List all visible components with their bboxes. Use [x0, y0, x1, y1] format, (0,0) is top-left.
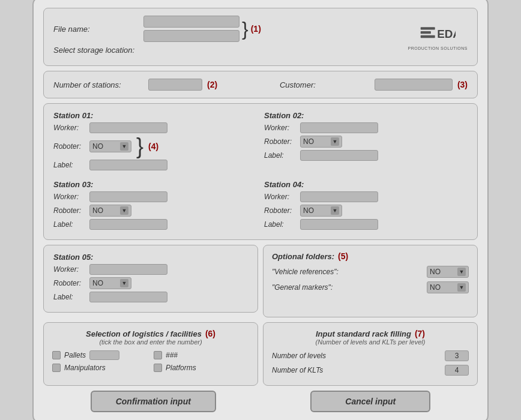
stations-badge: (2) [207, 80, 217, 89]
station-04-roboter-arrow[interactable]: ▼ [331, 206, 339, 215]
logistics-title-row: Selection of logistics / facilities (6) [52, 329, 249, 338]
station-05-section: Station 05: Worker: Roboter: NO ▼ Label: [43, 245, 258, 313]
station-03-roboter-arrow[interactable]: ▼ [120, 206, 128, 215]
station-04-worker-label: Worker: [264, 193, 300, 201]
brace-1-badge: (1) [251, 24, 261, 34]
station-01-label-row: Label: [53, 160, 257, 170]
storage-label-row: Select storage location: [53, 46, 408, 55]
station-01-roboter-row: Roboter: NO ▼ } (4) [53, 136, 257, 157]
station-05-label-row: Label: [53, 292, 248, 302]
pallets-label: Pallets [64, 351, 86, 359]
file-name-row: File name: } (1) [53, 16, 408, 42]
svg-text:EDAG: EDAG [437, 28, 456, 40]
vehicle-references-row: "Vehicle references": NO ▼ [272, 266, 469, 278]
station-02-roboter-label: Roboter: [264, 137, 300, 146]
station-05-roboter-select[interactable]: NO ▼ [89, 277, 131, 289]
station-01-label-input[interactable] [89, 160, 167, 170]
station-05-roboter-label: Roboter: [53, 279, 89, 287]
stations-customer-row: Number of stations: (2) Customer: (3) [53, 79, 468, 91]
station-05-label-input[interactable] [89, 292, 167, 302]
stations-input[interactable] [148, 79, 202, 91]
station-03-worker-label: Worker: [53, 193, 89, 201]
station-01-worker-row: Worker: [53, 122, 257, 133]
general-select[interactable]: NO ▼ [427, 281, 469, 293]
station-04-worker-row: Worker: [264, 191, 468, 202]
logistics-hash-item: ### [154, 350, 249, 360]
general-label: "General markers": [272, 283, 333, 292]
klts-value[interactable]: 4 [445, 365, 469, 376]
optional-folders-section: Optional folders: (5) "Vehicle reference… [263, 245, 478, 317]
station-04-block: Station 04: Worker: Roboter: NO ▼ Label: [264, 180, 468, 232]
file-name-input[interactable] [143, 16, 239, 28]
hash-label: ### [166, 351, 178, 359]
station-01-worker-input[interactable] [89, 122, 167, 133]
file-name-label: File name: [53, 25, 143, 34]
file-brace-group: } (1) [143, 16, 261, 42]
pallets-checkbox[interactable] [52, 351, 61, 359]
general-arrow[interactable]: ▼ [457, 283, 466, 292]
customer-input[interactable] [375, 79, 453, 91]
station-02-title: Station 02: [264, 111, 468, 120]
station-03-label-label: Label: [53, 220, 89, 229]
station-04-worker-input[interactable] [300, 191, 378, 202]
brace-4: } [136, 136, 143, 157]
hash-checkbox[interactable] [154, 351, 162, 359]
station-05-worker-input[interactable] [89, 264, 167, 275]
station-03-label-row: Label: [53, 219, 257, 230]
platforms-checkbox[interactable] [154, 364, 162, 372]
station05-optional-row: Station 05: Worker: Roboter: NO ▼ Label:… [43, 245, 478, 317]
station-05-roboter-arrow[interactable]: ▼ [120, 279, 128, 287]
station-01-worker-label: Worker: [53, 124, 89, 132]
station-03-label-input[interactable] [89, 219, 167, 230]
edag-logo-icon: EDAG [420, 23, 456, 46]
section-stations-grid: Station 01: Worker: Roboter: NO ▼ } [43, 103, 478, 240]
station-02-roboter-arrow[interactable]: ▼ [331, 137, 339, 146]
station-04-label-label: Label: [264, 220, 300, 229]
station-01-roboter-arrow[interactable]: ▼ [120, 142, 128, 151]
vehicle-select[interactable]: NO ▼ [427, 266, 469, 278]
station-02-worker-input[interactable] [300, 122, 378, 133]
station-03-block: Station 03: Worker: Roboter: NO ▼ Label: [53, 180, 257, 232]
station-02-worker-label: Worker: [264, 124, 300, 132]
station-03-roboter-select[interactable]: NO ▼ [89, 205, 131, 217]
vehicle-arrow[interactable]: ▼ [457, 268, 466, 276]
station-04-roboter-value: NO [303, 206, 314, 215]
rack-subtitle: (Number of levels and KLTs per level) [272, 338, 469, 346]
station-02-roboter-value: NO [303, 137, 314, 146]
platforms-label: Platforms [166, 364, 196, 372]
logo-area: EDAG PRODUCTION SOLUTIONS [408, 23, 468, 50]
optional-title-row: Optional folders: (5) [272, 251, 469, 261]
logistics-grid: Pallets ### Manipulators Platforms [52, 350, 249, 372]
rack-badge: (7) [415, 329, 425, 338]
cancel-input-button[interactable]: Cancel input [310, 391, 430, 412]
station-05-worker-label: Worker: [53, 265, 89, 274]
station-03-worker-input[interactable] [89, 191, 167, 202]
confirm-input-button[interactable]: Confirmation input [91, 391, 216, 412]
logistics-pallets-item: Pallets [52, 350, 148, 360]
klts-label: Number of KLTs [272, 366, 323, 374]
station-05-label-label: Label: [53, 293, 89, 301]
brace-1: } [242, 19, 248, 38]
levels-value[interactable]: 3 [445, 350, 469, 361]
levels-label: Number of levels [272, 352, 326, 360]
station-02-roboter-select[interactable]: NO ▼ [300, 136, 342, 148]
station-04-label-input[interactable] [300, 219, 378, 230]
logo-sub-text: PRODUCTION SOLUTIONS [408, 46, 468, 50]
station-04-title: Station 04: [264, 180, 468, 189]
customer-label: Customer: [280, 80, 370, 89]
station-01-roboter-value: NO [92, 142, 103, 151]
station-04-label-row: Label: [264, 219, 468, 230]
station-01-roboter-select[interactable]: NO ▼ [89, 140, 131, 152]
file-fields-stack [143, 16, 239, 42]
station-03-worker-row: Worker: [53, 191, 257, 202]
pallets-input[interactable] [89, 350, 119, 360]
station-03-title: Station 03: [53, 180, 257, 189]
station-04-roboter-select[interactable]: NO ▼ [300, 205, 342, 217]
stations-label: Number of stations: [53, 80, 143, 89]
station-02-label-input[interactable] [300, 150, 378, 161]
buttons-row: Confirmation input Cancel input [43, 391, 478, 412]
klts-field: Number of KLTs 4 [272, 365, 469, 376]
customer-badge: (3) [457, 80, 468, 89]
manipulators-checkbox[interactable] [52, 364, 61, 372]
storage-input[interactable] [143, 30, 239, 42]
